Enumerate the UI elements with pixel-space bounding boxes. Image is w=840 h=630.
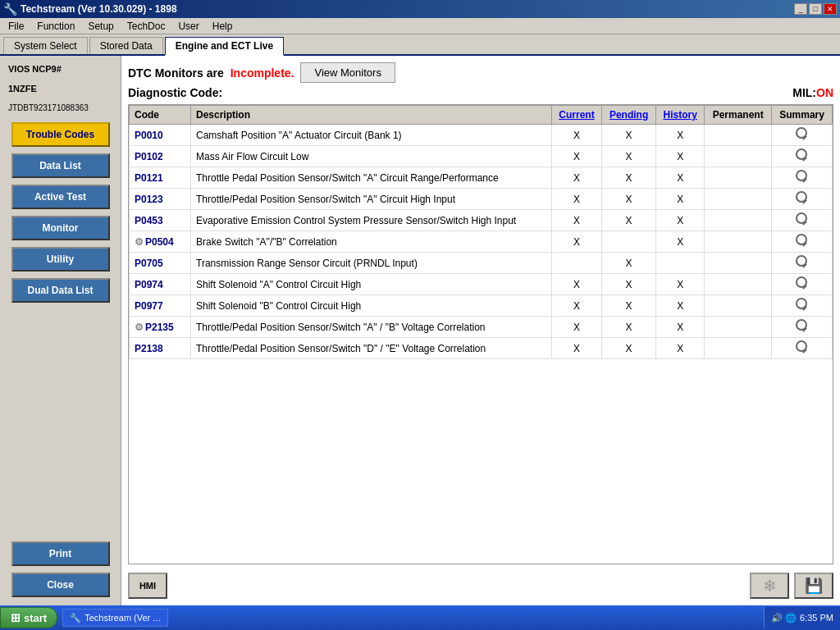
summary-cell[interactable] bbox=[772, 167, 833, 189]
current-cell: X bbox=[551, 317, 601, 338]
menu-user[interactable]: User bbox=[171, 19, 205, 34]
code-cell: P0123 bbox=[130, 189, 191, 210]
code-cell: ⚙ P0504 bbox=[130, 231, 191, 253]
table-row[interactable]: P0453Evaporative Emission Control System… bbox=[130, 210, 833, 231]
window-controls[interactable]: _ □ ✕ bbox=[794, 3, 837, 15]
tray-time: 6:35 PM bbox=[800, 613, 833, 623]
summary-cell[interactable] bbox=[772, 210, 833, 231]
current-cell: X bbox=[551, 338, 601, 359]
save-icon[interactable]: 💾 bbox=[794, 573, 833, 599]
history-cell: X bbox=[656, 189, 705, 210]
code-cell: P0705 bbox=[130, 253, 191, 274]
history-cell: X bbox=[656, 317, 705, 338]
pending-cell: X bbox=[602, 146, 656, 167]
maximize-button[interactable]: □ bbox=[809, 3, 822, 15]
magnifier-icon[interactable] bbox=[796, 319, 809, 332]
taskbar-techstream[interactable]: 🔧 Techstream (Ver ... bbox=[62, 609, 167, 627]
table-row[interactable]: P0010Camshaft Position "A" Actuator Circ… bbox=[130, 125, 833, 146]
code-cell: P0974 bbox=[130, 274, 191, 295]
permanent-cell bbox=[705, 338, 772, 359]
table-row[interactable]: P0977Shift Solenoid "B" Control Circuit … bbox=[130, 295, 833, 317]
table-row[interactable]: ⚙ P0504Brake Switch "A"/"B" CorrelationX… bbox=[130, 231, 833, 253]
magnifier-icon[interactable] bbox=[796, 148, 809, 162]
menu-help[interactable]: Help bbox=[206, 19, 240, 34]
menu-file[interactable]: File bbox=[2, 19, 30, 34]
dual-data-list-button[interactable]: Dual Data List bbox=[11, 278, 110, 303]
summary-cell[interactable] bbox=[772, 295, 833, 317]
title-bar: 🔧 Techstream (Ver 10.30.029) - 1898 _ □ … bbox=[0, 0, 840, 18]
code-cell: P2138 bbox=[130, 338, 191, 359]
menu-function[interactable]: Function bbox=[30, 19, 81, 34]
windows-icon: ⊞ bbox=[11, 611, 21, 624]
magnifier-icon[interactable] bbox=[796, 298, 809, 311]
table-row[interactable]: ⚙ P2135Throttle/Pedal Position Sensor/Sw… bbox=[130, 317, 833, 338]
vehicle-model: VIOS NCP9# bbox=[5, 62, 116, 75]
table-row[interactable]: P2138Throttle/Pedal Position Sensor/Swit… bbox=[130, 338, 833, 359]
magnifier-icon[interactable] bbox=[796, 255, 809, 268]
magnifier-icon[interactable] bbox=[796, 276, 809, 290]
data-list-button[interactable]: Data List bbox=[11, 153, 110, 178]
system-tray: 🔊 🌐 6:35 PM bbox=[764, 607, 840, 628]
summary-cell[interactable] bbox=[772, 274, 833, 295]
magnifier-icon[interactable] bbox=[796, 170, 809, 183]
current-cell: X bbox=[551, 274, 601, 295]
col-pending[interactable]: Pending bbox=[602, 106, 656, 125]
summary-cell[interactable] bbox=[772, 146, 833, 167]
tab-stored-data[interactable]: Stored Data bbox=[89, 37, 163, 54]
current-cell: X bbox=[551, 167, 601, 189]
summary-cell[interactable] bbox=[772, 231, 833, 253]
tab-system-select[interactable]: System Select bbox=[3, 37, 88, 54]
table-row[interactable]: P0123Throttle/Pedal Position Sensor/Swit… bbox=[130, 189, 833, 210]
magnifier-icon[interactable] bbox=[796, 234, 809, 247]
magnifier-icon[interactable] bbox=[796, 340, 809, 354]
dtc-table-body: P0010Camshaft Position "A" Actuator Circ… bbox=[130, 125, 833, 359]
permanent-cell bbox=[705, 231, 772, 253]
pending-cell: X bbox=[602, 317, 656, 338]
col-current[interactable]: Current bbox=[551, 106, 601, 125]
pending-cell: X bbox=[602, 167, 656, 189]
view-monitors-button[interactable]: View Monitors bbox=[300, 62, 395, 83]
utility-button[interactable]: Utility bbox=[11, 247, 110, 272]
close-window-button[interactable]: ✕ bbox=[824, 3, 837, 15]
summary-cell[interactable] bbox=[772, 125, 833, 146]
tray-icons: 🔊 🌐 bbox=[771, 613, 797, 623]
menu-setup[interactable]: Setup bbox=[81, 19, 120, 34]
code-cell: P0102 bbox=[130, 146, 191, 167]
monitor-button[interactable]: Monitor bbox=[11, 216, 110, 240]
magnifier-icon[interactable] bbox=[796, 191, 809, 204]
content-footer: HMI ❄ 💾 bbox=[128, 569, 833, 599]
dtc-table-container[interactable]: Code Description Current Pending History… bbox=[128, 104, 833, 564]
active-test-button[interactable]: Active Test bbox=[11, 185, 110, 209]
hmi-icon[interactable]: HMI bbox=[128, 573, 167, 599]
trouble-codes-button[interactable]: Trouble Codes bbox=[11, 122, 110, 147]
taskbar-items: 🔧 Techstream (Ver ... bbox=[57, 609, 764, 627]
table-row[interactable]: P0705Transmission Range Sensor Circuit (… bbox=[130, 253, 833, 274]
col-history[interactable]: History bbox=[656, 106, 705, 125]
table-row[interactable]: P0974Shift Solenoid "A" Control Circuit … bbox=[130, 274, 833, 295]
current-cell: X bbox=[551, 231, 601, 253]
minimize-button[interactable]: _ bbox=[794, 3, 807, 15]
magnifier-icon[interactable] bbox=[796, 212, 809, 226]
magnifier-icon[interactable] bbox=[796, 127, 809, 140]
start-button[interactable]: ⊞ start bbox=[0, 607, 57, 628]
table-row[interactable]: P0102Mass Air Flow Circuit LowXXX bbox=[130, 146, 833, 167]
description-cell: Shift Solenoid "B" Control Circuit High bbox=[191, 295, 552, 317]
title-bar-title: 🔧 Techstream (Ver 10.30.029) - 1898 bbox=[3, 2, 177, 16]
code-cell: P0121 bbox=[130, 167, 191, 189]
col-summary: Summary bbox=[772, 106, 833, 125]
summary-cell[interactable] bbox=[772, 189, 833, 210]
summary-cell[interactable] bbox=[772, 338, 833, 359]
permanent-cell bbox=[705, 274, 772, 295]
snowflake-icon[interactable]: ❄ bbox=[750, 573, 789, 599]
table-row[interactable]: P0121Throttle Pedal Position Sensor/Swit… bbox=[130, 167, 833, 189]
mil-status: MIL:ON bbox=[792, 86, 833, 99]
close-button[interactable]: Close bbox=[11, 573, 110, 597]
summary-cell[interactable] bbox=[772, 253, 833, 274]
description-cell: Throttle/Pedal Position Sensor/Switch "A… bbox=[191, 317, 552, 338]
menu-techdoc[interactable]: TechDoc bbox=[121, 19, 172, 34]
pending-cell: X bbox=[602, 338, 656, 359]
print-button[interactable]: Print bbox=[11, 541, 110, 566]
history-cell: X bbox=[656, 274, 705, 295]
tab-engine-ect-live[interactable]: Engine and ECT Live bbox=[165, 37, 284, 56]
summary-cell[interactable] bbox=[772, 317, 833, 338]
